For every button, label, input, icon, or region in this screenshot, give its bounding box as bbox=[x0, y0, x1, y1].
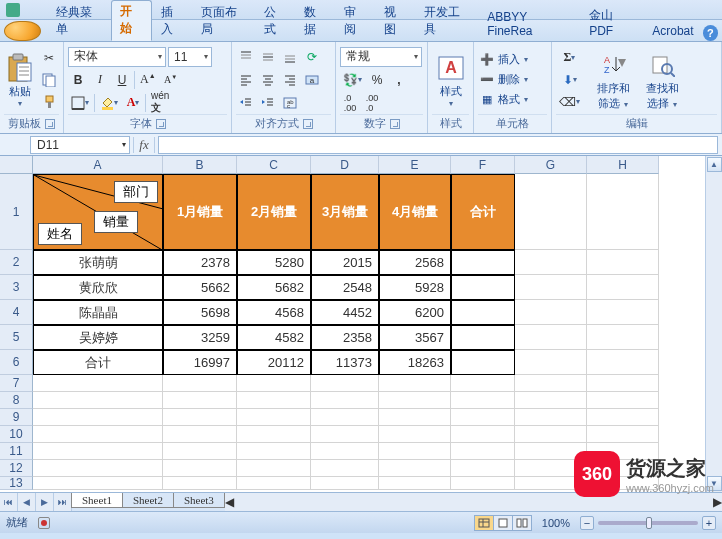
sheet-nav[interactable]: ⏮◀▶⏭ bbox=[0, 493, 72, 511]
cell[interactable]: 陈晶晶 bbox=[33, 300, 163, 325]
cell[interactable] bbox=[379, 460, 451, 477]
cell[interactable] bbox=[163, 409, 237, 426]
cell[interactable] bbox=[33, 409, 163, 426]
zoom-value[interactable]: 100% bbox=[542, 517, 570, 529]
delete-cells-button[interactable]: ➖删除▾ bbox=[478, 71, 530, 89]
cell[interactable] bbox=[237, 460, 311, 477]
col-header-D[interactable]: D bbox=[311, 156, 379, 174]
scroll-left-button[interactable]: ◀ bbox=[225, 495, 234, 509]
cell[interactable] bbox=[515, 426, 587, 443]
cell[interactable] bbox=[587, 426, 659, 443]
bold-button[interactable]: B bbox=[68, 70, 88, 90]
align-left-button[interactable] bbox=[236, 70, 256, 90]
cell[interactable] bbox=[587, 477, 659, 490]
number-format-select[interactable]: 常规▾ bbox=[340, 47, 422, 67]
horizontal-scrollbar[interactable]: ◀ ▶ bbox=[225, 493, 722, 511]
zoom-track[interactable] bbox=[598, 521, 698, 525]
cell[interactable] bbox=[451, 375, 515, 392]
clear-button[interactable]: ⌫▾ bbox=[556, 92, 583, 112]
zoom-in-button[interactable]: + bbox=[702, 516, 716, 530]
cell[interactable] bbox=[311, 426, 379, 443]
cell[interactable]: 2378 bbox=[163, 250, 237, 275]
clipboard-launcher[interactable] bbox=[45, 119, 55, 129]
cell[interactable]: 3月销量 bbox=[311, 174, 379, 250]
row-header-10[interactable]: 10 bbox=[0, 426, 33, 443]
cell[interactable]: 18263 bbox=[379, 350, 451, 375]
diagonal-header[interactable]: 部门 销量 姓名 bbox=[33, 174, 163, 250]
cell[interactable]: 16997 bbox=[163, 350, 237, 375]
font-size-select[interactable]: 11▾ bbox=[168, 47, 212, 67]
merge-button[interactable]: a bbox=[302, 70, 322, 90]
vertical-scrollbar[interactable]: ▲ ▼ bbox=[705, 156, 722, 492]
cell[interactable] bbox=[515, 443, 587, 460]
wrap-text-button[interactable]: abc bbox=[280, 93, 300, 113]
cell[interactable] bbox=[451, 477, 515, 490]
cell[interactable] bbox=[163, 477, 237, 490]
cell[interactable]: 合计 bbox=[33, 350, 163, 375]
cell[interactable] bbox=[587, 443, 659, 460]
cell[interactable] bbox=[33, 375, 163, 392]
cell[interactable] bbox=[515, 275, 587, 300]
autosum-button[interactable]: Σ▾ bbox=[556, 48, 583, 68]
cell[interactable] bbox=[379, 409, 451, 426]
tab-abbyy[interactable]: ABBYY FineRea bbox=[479, 8, 580, 41]
cell[interactable] bbox=[515, 350, 587, 375]
cell[interactable]: 20112 bbox=[237, 350, 311, 375]
row-header-5[interactable]: 5 bbox=[0, 325, 33, 350]
indent-increase-button[interactable] bbox=[258, 93, 278, 113]
col-header-G[interactable]: G bbox=[515, 156, 587, 174]
font-color-button[interactable]: A▾ bbox=[123, 93, 143, 113]
cell[interactable] bbox=[451, 409, 515, 426]
paste-button[interactable]: 粘贴 ▾ bbox=[4, 47, 36, 113]
cell[interactable]: 吴婷婷 bbox=[33, 325, 163, 350]
tab-jinshan[interactable]: 金山PDF bbox=[581, 5, 643, 41]
tab-developer[interactable]: 开发工具 bbox=[416, 2, 478, 41]
cell[interactable] bbox=[515, 325, 587, 350]
align-top-button[interactable] bbox=[236, 47, 256, 67]
cell[interactable] bbox=[163, 443, 237, 460]
select-all-corner[interactable] bbox=[0, 156, 33, 174]
scroll-right-button[interactable]: ▶ bbox=[713, 495, 722, 509]
row-header-4[interactable]: 4 bbox=[0, 300, 33, 325]
cell[interactable]: 5928 bbox=[379, 275, 451, 300]
view-pagebreak-button[interactable] bbox=[512, 515, 532, 531]
cell[interactable] bbox=[237, 426, 311, 443]
tab-classic[interactable]: 经典菜单 bbox=[48, 2, 110, 41]
italic-button[interactable]: I bbox=[90, 70, 110, 90]
cell[interactable] bbox=[33, 460, 163, 477]
cell[interactable] bbox=[587, 300, 659, 325]
cell[interactable] bbox=[237, 409, 311, 426]
column-headers[interactable]: ABCDEFGH bbox=[33, 156, 659, 174]
cell[interactable]: 3259 bbox=[163, 325, 237, 350]
cell[interactable] bbox=[587, 325, 659, 350]
number-launcher[interactable] bbox=[390, 119, 400, 129]
cell[interactable]: 4452 bbox=[311, 300, 379, 325]
view-normal-button[interactable] bbox=[474, 515, 494, 531]
row-header-8[interactable]: 8 bbox=[0, 392, 33, 409]
cell[interactable] bbox=[237, 443, 311, 460]
sheet-nav-1[interactable]: ◀ bbox=[18, 493, 36, 511]
tab-view[interactable]: 视图 bbox=[376, 2, 415, 41]
cell[interactable]: 张萌萌 bbox=[33, 250, 163, 275]
font-launcher[interactable] bbox=[156, 119, 166, 129]
cell[interactable] bbox=[237, 375, 311, 392]
align-bottom-button[interactable] bbox=[280, 47, 300, 67]
cell[interactable] bbox=[587, 174, 659, 250]
cell[interactable] bbox=[451, 275, 515, 300]
cell[interactable] bbox=[379, 426, 451, 443]
cell[interactable]: 1月销量 bbox=[163, 174, 237, 250]
row-header-6[interactable]: 6 bbox=[0, 350, 33, 375]
cell[interactable]: 2358 bbox=[311, 325, 379, 350]
cell[interactable] bbox=[311, 443, 379, 460]
tab-review[interactable]: 审阅 bbox=[336, 2, 375, 41]
underline-button[interactable]: U bbox=[112, 70, 132, 90]
tab-home[interactable]: 开始 bbox=[111, 0, 152, 41]
col-header-E[interactable]: E bbox=[379, 156, 451, 174]
cell[interactable] bbox=[451, 250, 515, 275]
row-header-7[interactable]: 7 bbox=[0, 375, 33, 392]
cell[interactable] bbox=[33, 426, 163, 443]
col-header-A[interactable]: A bbox=[33, 156, 163, 174]
cell[interactable] bbox=[515, 460, 587, 477]
grow-font-button[interactable]: A▲ bbox=[137, 70, 159, 90]
macro-record-icon[interactable] bbox=[38, 517, 50, 529]
